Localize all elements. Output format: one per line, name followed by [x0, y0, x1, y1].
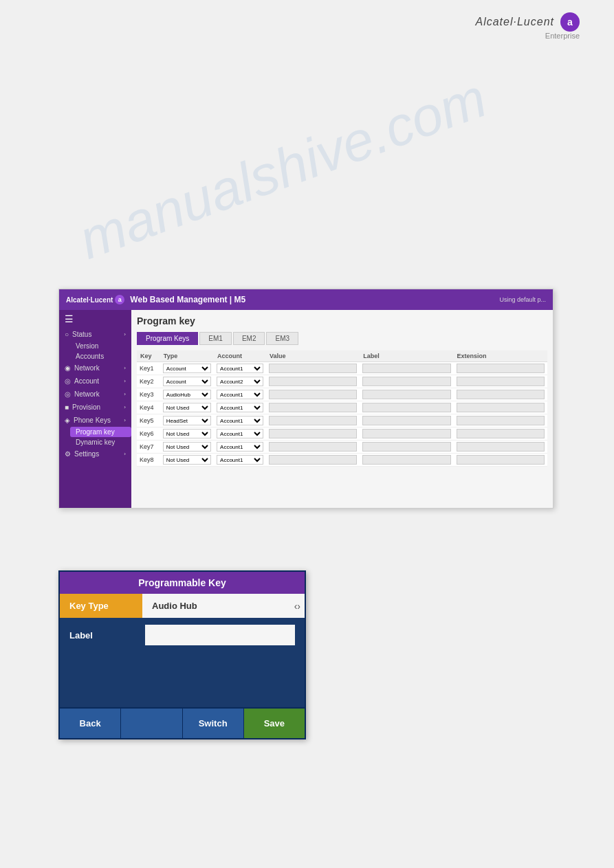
cell-type-4[interactable]: HeadSet [160, 414, 214, 427]
value-input-6[interactable] [269, 442, 357, 452]
cell-type-0[interactable]: Account [160, 362, 214, 375]
type-select-7[interactable]: Not Used [163, 455, 211, 465]
extension-input-4[interactable] [457, 416, 545, 425]
cell-extension-6[interactable] [454, 441, 547, 454]
extension-input-2[interactable] [457, 390, 545, 399]
cell-type-6[interactable]: Not Used [160, 441, 214, 454]
label-input-7[interactable] [362, 455, 450, 465]
sidebar-item-settings[interactable]: ⚙ Settings › [59, 447, 131, 460]
label-input-2[interactable] [362, 390, 450, 399]
account-select-2[interactable]: Account1 [217, 390, 263, 399]
sidebar-item-provision[interactable]: ■ Provision › [59, 401, 131, 414]
extension-input-1[interactable] [457, 377, 545, 386]
extension-input-7[interactable] [457, 455, 545, 465]
cell-extension-4[interactable] [454, 414, 547, 427]
label-input-0[interactable] [362, 364, 450, 373]
account-select-7[interactable]: Account1 [217, 455, 263, 465]
type-select-5[interactable]: Not Used [163, 429, 211, 438]
cell-value-2[interactable] [266, 388, 360, 401]
tab-em1[interactable]: EM1 [199, 332, 232, 345]
cell-type-2[interactable]: AudioHub [160, 388, 214, 401]
label-input-5[interactable] [362, 429, 450, 438]
extension-input-3[interactable] [457, 403, 545, 412]
cell-account-6[interactable]: Account1 [214, 441, 266, 454]
account-select-3[interactable]: Account1 [217, 403, 263, 412]
tab-em3[interactable]: EM3 [266, 332, 298, 345]
account-select-0[interactable]: Account1 [217, 364, 263, 373]
label-input-4[interactable] [362, 416, 450, 425]
cell-value-6[interactable] [266, 441, 360, 454]
extension-input-6[interactable] [457, 442, 545, 452]
value-input-4[interactable] [269, 416, 357, 425]
value-input-2[interactable] [269, 390, 357, 399]
cell-account-5[interactable]: Account1 [214, 427, 266, 441]
type-select-1[interactable]: Account [163, 377, 211, 386]
type-select-6[interactable]: Not Used [163, 442, 211, 452]
cell-value-4[interactable] [266, 414, 360, 427]
cell-label-1[interactable] [360, 375, 453, 388]
type-select-0[interactable]: Account [163, 364, 211, 373]
sidebar-item-accounts[interactable]: Accounts [70, 351, 131, 361]
cell-type-3[interactable]: Not Used [160, 401, 214, 414]
cell-account-4[interactable]: Account1 [214, 414, 266, 427]
cell-value-1[interactable] [266, 375, 360, 388]
label-input-3[interactable] [362, 403, 450, 412]
cell-account-7[interactable]: Account1 [214, 454, 266, 467]
cell-type-5[interactable]: Not Used [160, 427, 214, 441]
type-select-2[interactable]: AudioHub [163, 390, 211, 399]
sidebar-item-status[interactable]: ○ Status › [59, 328, 131, 341]
extension-input-0[interactable] [457, 364, 545, 373]
cell-extension-1[interactable] [454, 375, 547, 388]
tab-em2[interactable]: EM2 [233, 332, 265, 345]
cell-label-4[interactable] [360, 414, 453, 427]
account-select-5[interactable]: Account1 [217, 429, 263, 438]
account-select-6[interactable]: Account1 [217, 442, 263, 452]
back-button[interactable]: Back [60, 709, 121, 738]
cell-value-0[interactable] [266, 362, 360, 375]
cell-extension-2[interactable] [454, 388, 547, 401]
tab-program-keys[interactable]: Program Keys [137, 332, 198, 345]
type-select-3[interactable]: Not Used [163, 403, 211, 412]
cell-label-6[interactable] [360, 441, 453, 454]
cell-value-3[interactable] [266, 401, 360, 414]
cell-label-0[interactable] [360, 362, 453, 375]
label-input[interactable] [145, 625, 295, 645]
value-input-5[interactable] [269, 429, 357, 438]
extension-input-5[interactable] [457, 429, 545, 438]
cell-label-3[interactable] [360, 401, 453, 414]
cell-type-1[interactable]: Account [160, 375, 214, 388]
cell-label-2[interactable] [360, 388, 453, 401]
hamburger-menu-icon[interactable]: ☰ [59, 310, 131, 328]
value-input-3[interactable] [269, 403, 357, 412]
cell-account-3[interactable]: Account1 [214, 401, 266, 414]
label-input-6[interactable] [362, 442, 450, 452]
value-input-7[interactable] [269, 455, 357, 465]
sidebar-item-program-key[interactable]: Program key [70, 427, 131, 437]
save-button[interactable]: Save [244, 709, 305, 738]
cell-extension-0[interactable] [454, 362, 547, 375]
cell-account-1[interactable]: Account2 [214, 375, 266, 388]
sidebar-item-account[interactable]: ◎ Account › [59, 375, 131, 388]
cell-value-7[interactable] [266, 454, 360, 467]
sidebar-item-version[interactable]: Version [70, 341, 131, 351]
label-input-1[interactable] [362, 377, 450, 386]
sidebar-item-network2[interactable]: ◎ Network › [59, 388, 131, 401]
cell-type-7[interactable]: Not Used [160, 454, 214, 467]
value-input-1[interactable] [269, 377, 357, 386]
cell-account-2[interactable]: Account1 [214, 388, 266, 401]
cell-label-7[interactable] [360, 454, 453, 467]
account-select-1[interactable]: Account2 [217, 377, 263, 386]
sidebar-item-network[interactable]: ◉ Network › [59, 361, 131, 375]
sidebar-item-dynamic-key[interactable]: Dynamic key [70, 437, 131, 447]
key-type-nav-arrows[interactable]: ‹ › [290, 594, 305, 618]
cell-extension-3[interactable] [454, 401, 547, 414]
sidebar-item-phone-keys[interactable]: ◈ Phone Keys › [59, 414, 131, 427]
switch-button[interactable]: Switch [183, 709, 244, 738]
cell-extension-7[interactable] [454, 454, 547, 467]
value-input-0[interactable] [269, 364, 357, 373]
cell-label-5[interactable] [360, 427, 453, 441]
cell-account-0[interactable]: Account1 [214, 362, 266, 375]
type-select-4[interactable]: HeadSet [163, 416, 211, 425]
cell-extension-5[interactable] [454, 427, 547, 441]
account-select-4[interactable]: Account1 [217, 416, 263, 425]
